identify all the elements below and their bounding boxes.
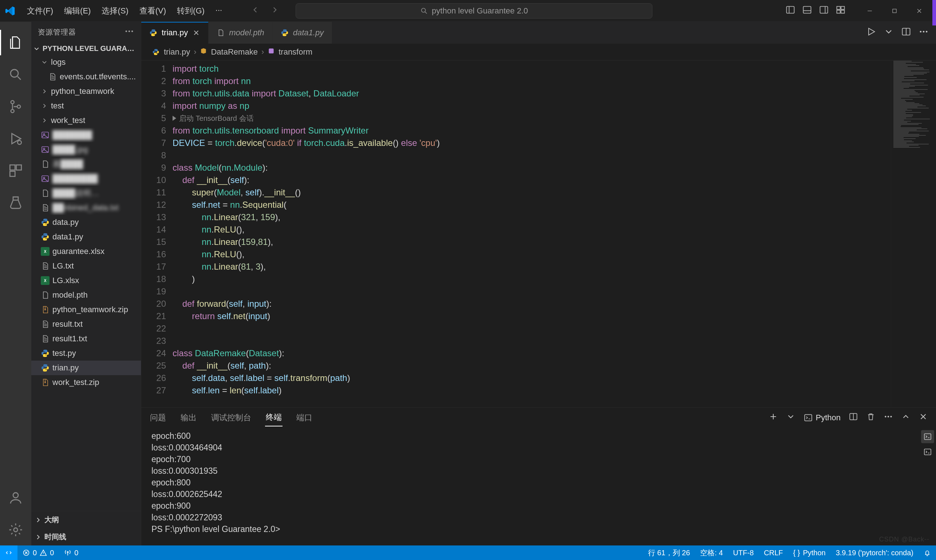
split-editor-icon[interactable] [901,26,911,39]
terminal-output[interactable]: epoch:600 loss:0.0003464904epoch:700 los… [141,428,936,545]
activity-testing[interactable] [0,187,31,218]
file-row[interactable]: ███████ [31,128,141,142]
panel-maximize-icon[interactable] [901,412,911,423]
command-center[interactable]: python level Guarantee 2.0 [296,3,652,18]
panel-tab[interactable]: 调试控制台 [210,409,252,426]
layout-sidebar-left-icon[interactable] [785,5,796,17]
panel-close-icon[interactable] [919,412,928,423]
window-close-icon[interactable] [907,3,931,19]
status-encoding[interactable]: UTF-8 [728,549,759,557]
activity-account[interactable] [0,482,31,514]
tree-item-label: python_teamwork.zip [52,305,128,314]
layout-panel-icon[interactable] [802,5,812,17]
status-language[interactable]: { } Python [788,549,831,557]
activity-search[interactable] [0,59,31,90]
terminal-dropdown-icon[interactable] [786,412,796,423]
activity-settings[interactable] [0,514,31,545]
editor-tab[interactable]: data1.py [273,22,332,44]
status-eol[interactable]: CRLF [759,549,788,557]
file-row[interactable]: ████████ [31,171,141,186]
run-icon[interactable] [866,26,876,39]
editor-tab[interactable]: model.pth [208,22,273,44]
file-row[interactable]: result.txt [31,317,141,331]
file-row[interactable]: model.pth [31,288,141,302]
kill-terminal-icon[interactable] [866,412,876,423]
folder-row[interactable]: logs [31,55,141,69]
panel-tab[interactable]: 输出 [180,409,197,426]
activity-explorer[interactable] [0,27,31,58]
menu-item[interactable]: ··· [210,3,227,18]
activity-source-control[interactable] [0,91,31,122]
minimap[interactable] [891,60,936,407]
sidebar-bottom-sections: 大纲时间线 [31,511,141,545]
nav-forward-icon[interactable] [270,5,280,17]
window-maximize-icon[interactable] [882,3,907,19]
panel-more-icon[interactable] [884,412,893,423]
status-notifications[interactable] [919,549,936,556]
menu-item[interactable]: 查看(V) [134,3,171,18]
status-ports[interactable]: 0 [59,549,83,557]
menu-item[interactable]: 编辑(E) [59,3,96,18]
file-row[interactable]: python_teamwork.zip [31,302,141,317]
file-row[interactable]: ██nbined_data.txt [31,200,141,215]
terminal-instance-2-icon[interactable] [921,445,934,458]
file-row[interactable]: work_test.zip [31,375,141,390]
file-row[interactable]: Xguarantee.xlsx [31,244,141,259]
split-terminal-icon[interactable] [849,412,858,423]
panel-tab[interactable]: 问题 [149,409,167,426]
file-row[interactable]: data1.py [31,229,141,244]
tree-item-label: events.out.tfevents.... [60,72,136,82]
breadcrumb[interactable]: trian.py›DataRemake›transform [141,44,936,60]
breadcrumb-icon [268,47,275,57]
status-ln-col[interactable]: 行 61，列 26 [643,548,695,558]
window-minimize-icon[interactable] [857,3,882,19]
close-icon[interactable] [192,29,200,37]
activity-extensions[interactable] [0,155,31,186]
status-indent[interactable]: 空格: 4 [695,548,728,558]
editor-tab[interactable]: trian.py [141,22,208,44]
sidebar-section[interactable]: 时间线 [31,528,141,545]
status-interpreter[interactable]: 3.9.19 ('pytorch': conda) [831,549,919,557]
sidebar-root-folder[interactable]: PYTHON LEVEL GUARANT… [31,42,141,55]
file-row[interactable]: trian.py [31,361,141,375]
breadcrumb-item[interactable]: DataRemake [211,47,258,57]
layout-customize-icon[interactable] [836,5,846,17]
folder-row[interactable]: work_test [31,113,141,128]
menu-item[interactable]: 选择(S) [97,3,133,18]
activity-run-debug[interactable] [0,123,31,154]
terminal-line: epoch:800 [151,477,926,488]
terminal-profile-label[interactable]: Python [803,413,841,423]
more-actions-icon[interactable] [919,26,929,39]
terminal-instance-1-icon[interactable] [921,430,934,443]
file-row[interactable]: ████说明… [31,186,141,200]
more-icon[interactable] [124,26,134,38]
remote-indicator[interactable] [0,545,17,560]
menu-item[interactable]: 转到(G) [172,3,210,18]
breadcrumb-item[interactable]: transform [279,47,312,57]
breadcrumb-item[interactable]: trian.py [164,47,190,57]
menu-item[interactable]: 文件(F) [22,3,58,18]
file-row[interactable]: events.out.tfevents.... [31,69,141,84]
folder-row[interactable]: python_teamwork [31,84,141,98]
codelens[interactable]: 启动 TensorBoard 会话 [173,112,891,125]
run-dropdown-icon[interactable] [884,26,894,39]
sidebar-section[interactable]: 大纲 [31,511,141,528]
status-problems[interactable]: 0 0 [17,549,59,557]
file-row[interactable]: result1.txt [31,331,141,346]
new-terminal-icon[interactable] [768,412,778,423]
layout-sidebar-right-icon[interactable] [819,5,829,17]
file-row[interactable]: LG.txt [31,259,141,273]
file-row[interactable]: data.py [31,215,141,229]
file-row[interactable]: XLG.xlsx [31,273,141,288]
terminal-icon [803,413,813,423]
nav-back-icon[interactable] [250,5,260,17]
panel-tab[interactable]: 端口 [296,409,313,426]
tree-item-label: ███████ [52,130,92,140]
folder-row[interactable]: test [31,98,141,113]
file-row[interactable]: ████.jpg [31,142,141,157]
panel-tab[interactable]: 终端 [265,409,282,426]
code-editor[interactable]: import torchfrom torch import nnfrom tor… [173,60,891,407]
svg-point-17 [13,493,18,498]
file-row[interactable]: 基████ [31,157,141,171]
file-row[interactable]: test.py [31,346,141,361]
